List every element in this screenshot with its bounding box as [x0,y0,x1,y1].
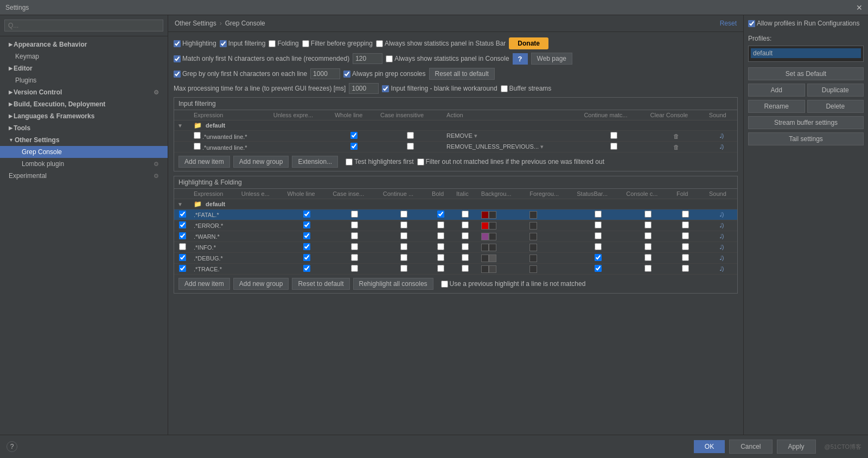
rename-button[interactable]: Rename [748,100,805,113]
debug-bg-swatch[interactable] [481,255,489,262]
delete-icon[interactable]: 🗑 [673,133,679,139]
sidebar-item-keymap[interactable]: Keymap [0,50,168,62]
sidebar-item-other-settings[interactable]: ▼ Other Settings [0,134,168,146]
folding-checkbox-label[interactable]: Folding [269,40,298,47]
filter-out-checkbox[interactable] [417,158,424,166]
trace-bg-swatch[interactable] [481,265,489,273]
error-italic[interactable] [462,221,469,228]
expand-icon[interactable]: ▼ [177,123,183,129]
debug-status[interactable] [595,254,602,261]
fatal-italic[interactable] [462,211,469,218]
input-filtering-checkbox[interactable] [220,40,227,47]
trace-case[interactable] [351,265,358,272]
info-fg-swatch[interactable] [529,244,537,251]
search-input[interactable] [4,20,163,31]
filter-before-grepping-checkbox[interactable] [302,40,309,47]
info-bg-swatch2[interactable] [489,244,496,251]
warn-status[interactable] [595,232,602,239]
debug-fg-swatch[interactable] [529,255,537,262]
apply-button[interactable]: Apply [777,440,816,454]
sidebar-item-languages[interactable]: ▶ Languages & Frameworks [0,110,168,122]
info-italic[interactable] [462,243,469,250]
add-new-group-button-2[interactable]: Add new group [233,278,289,290]
add-new-item-button-2[interactable]: Add new item [178,278,230,290]
grep-first-n-input[interactable] [310,68,340,79]
donate-button[interactable]: Donate [509,37,548,49]
row2-continue[interactable] [610,143,617,150]
warn-bold[interactable] [437,232,444,239]
warn-italic[interactable] [462,232,469,239]
fatal-enabled[interactable] [179,211,186,218]
warn-console[interactable] [644,232,652,239]
profile-default[interactable]: default [751,48,861,58]
highlighting-checkbox[interactable] [174,40,181,47]
trace-bold[interactable] [437,265,444,272]
trace-whole[interactable] [303,265,310,272]
fatal-case[interactable] [351,211,358,218]
sidebar-item-plugins[interactable]: Plugins [0,74,168,86]
add-new-item-button-1[interactable]: Add new item [178,156,230,168]
grep-first-n-checkbox[interactable] [174,71,181,78]
error-bg-swatch2[interactable] [489,222,496,230]
reset-all-button[interactable]: Reset all to default [429,68,495,80]
fatal-status[interactable] [595,211,602,218]
input-filtering-blank-checkbox[interactable] [382,85,389,92]
use-previous-checkbox[interactable] [441,281,448,288]
always-show-stats-status-checkbox-label[interactable]: Always show statistics panel in Status B… [376,40,506,47]
info-enabled[interactable] [179,243,186,250]
warn-bg-swatch2[interactable] [489,233,496,240]
fatal-console[interactable] [644,211,652,218]
folding-checkbox[interactable] [269,40,276,47]
sidebar-item-version-control[interactable]: ▶ Version Control ⚙ [0,86,168,98]
trace-fold[interactable] [682,265,689,272]
always-show-stats-status-checkbox[interactable] [376,40,383,47]
highlighting-checkbox-label[interactable]: Highlighting [174,40,216,47]
trace-italic[interactable] [462,265,469,272]
buffer-streams-checkbox[interactable] [501,85,508,92]
reset-link[interactable]: Reset [720,20,737,27]
sidebar-item-lombok-plugin[interactable]: Lombok plugin ⚙ [0,158,168,170]
info-fold[interactable] [682,243,689,250]
match-first-n-checkbox[interactable] [174,55,181,62]
dropdown-icon2[interactable]: ▾ [540,143,544,150]
trace-bg-swatch2[interactable] [489,265,496,273]
ok-button[interactable]: OK [694,440,725,453]
debug-case[interactable] [351,254,358,261]
debug-console[interactable] [644,254,652,261]
help-circle-button[interactable]: ? [7,441,17,452]
duplicate-button[interactable]: Duplicate [807,84,864,97]
info-bold[interactable] [437,243,444,250]
info-status[interactable] [595,243,602,250]
cancel-button[interactable]: Cancel [729,440,772,454]
sidebar-item-appearance[interactable]: ▶ Appearance & Behavior [0,39,168,50]
row1-whole-line[interactable] [350,132,358,139]
reset-to-default-button[interactable]: Reset to default [292,278,349,290]
help-button[interactable]: ? [513,53,528,65]
set-as-default-button[interactable]: Set as Default [748,67,864,80]
always-pin-checkbox[interactable] [343,71,350,78]
debug-fold[interactable] [682,254,689,261]
sidebar-item-editor[interactable]: ▶ Editor [0,62,168,74]
row2-case-insensitive[interactable] [407,143,414,150]
info-bg-swatch[interactable] [481,244,489,251]
debug-whole[interactable] [303,254,310,261]
row1-continue[interactable] [610,132,617,139]
trace-status[interactable] [595,265,602,272]
add-button[interactable]: Add [748,84,805,97]
stream-buffer-button[interactable]: Stream buffer settings [748,116,864,129]
warn-fold[interactable] [682,232,689,239]
sidebar-item-grep-console[interactable]: Grep Console [0,146,168,158]
match-first-n-input[interactable] [353,53,382,64]
debug-continue[interactable] [400,254,407,261]
add-new-group-button-1[interactable]: Add new group [233,156,289,168]
info-case[interactable] [351,243,358,250]
info-console[interactable] [644,243,652,250]
debug-bold[interactable] [437,254,444,261]
fatal-continue[interactable] [400,211,407,218]
error-fold[interactable] [682,221,689,228]
error-whole[interactable] [303,221,310,228]
fatal-fold[interactable] [682,211,689,218]
row1-case-insensitive[interactable] [407,132,414,139]
test-highlighters-checkbox[interactable] [346,158,353,166]
row1-enabled[interactable] [194,132,201,139]
